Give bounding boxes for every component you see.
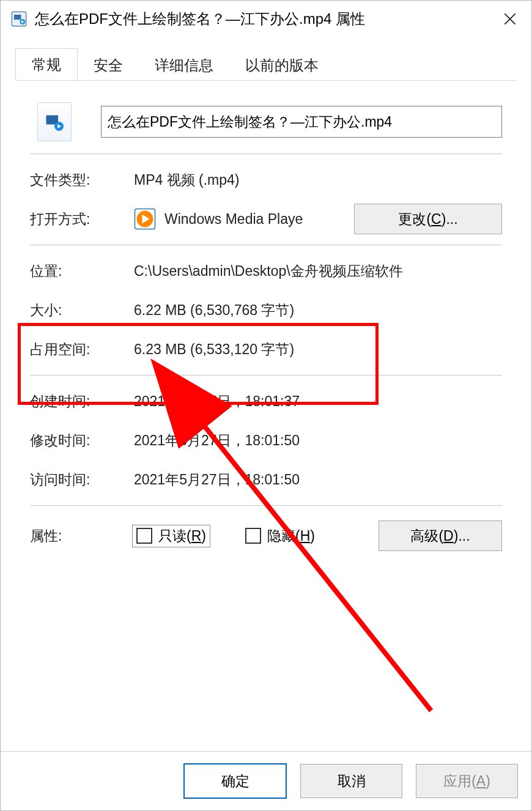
modified-value: 2021年5月27日，18:01:50 — [134, 431, 300, 450]
sizedisk-value: 6.23 MB (6,533,120 字节) — [134, 340, 294, 359]
ok-button[interactable]: 确定 — [183, 763, 287, 799]
divider — [30, 245, 502, 245]
cancel-button[interactable]: 取消 — [300, 764, 402, 798]
dialog-footer: 确定 取消 应用(A) — [1, 751, 531, 810]
location-value: C:\Users\admin\Desktop\金舟视频压缩软件 — [134, 262, 403, 281]
divider — [30, 375, 502, 376]
close-icon — [502, 11, 518, 27]
attributes-row: 属性: 只读(R) 隐藏(H) 高级(D)... — [30, 514, 502, 557]
accessed-value: 2021年5月27日，18:01:50 — [134, 470, 300, 489]
tab-strip: 常规 安全 详细信息 以前的版本 — [1, 48, 531, 80]
accessed-row: 访问时间: 2021年5月27日，18:01:50 — [30, 462, 502, 497]
titlebar: 怎么在PDF文件上绘制签名？—江下办公.mp4 属性 — [1, 1, 531, 37]
tab-details[interactable]: 详细信息 — [139, 50, 229, 80]
divider — [30, 154, 502, 154]
modified-label: 修改时间: — [30, 431, 134, 450]
filetype-value: MP4 视频 (.mp4) — [134, 171, 240, 190]
filename-row — [30, 102, 502, 141]
filetype-label: 文件类型: — [30, 171, 134, 190]
window-title: 怎么在PDF文件上绘制签名？—江下办公.mp4 属性 — [35, 9, 496, 29]
location-label: 位置: — [30, 262, 134, 281]
location-row: 位置: C:\Users\admin\Desktop\金舟视频压缩软件 — [30, 254, 502, 288]
change-button[interactable]: 更改(C)... — [354, 204, 502, 234]
openwith-label: 打开方式: — [30, 210, 134, 229]
created-label: 创建时间: — [30, 392, 134, 411]
openwith-row: 打开方式: Windows Media Playe 更改(C)... — [30, 202, 502, 236]
sizedisk-label: 占用空间: — [30, 340, 134, 359]
close-button[interactable] — [496, 5, 524, 33]
size-value: 6.22 MB (6,530,768 字节) — [134, 301, 294, 320]
created-row: 创建时间: 2021年5月27日，18:01:37 — [30, 384, 502, 418]
modified-row: 修改时间: 2021年5月27日，18:01:50 — [30, 423, 502, 457]
tab-content: 文件类型: MP4 视频 (.mp4) 打开方式: Windows Media … — [15, 80, 517, 751]
sizedisk-row: 占用空间: 6.23 MB (6,533,120 字节) — [30, 332, 502, 366]
advanced-button[interactable]: 高级(D)... — [379, 520, 502, 551]
tab-security[interactable]: 安全 — [78, 50, 139, 80]
accessed-label: 访问时间: — [30, 470, 134, 489]
wmp-icon — [134, 208, 156, 230]
apply-button[interactable]: 应用(A) — [416, 764, 518, 798]
readonly-checkbox[interactable]: 只读(R) — [134, 527, 209, 546]
attributes-label: 属性: — [30, 527, 134, 546]
tab-general[interactable]: 常规 — [15, 48, 78, 80]
tab-previous-versions[interactable]: 以前的版本 — [229, 50, 334, 80]
file-icon — [37, 102, 72, 141]
file-type-icon — [10, 10, 28, 28]
filename-input[interactable] — [101, 106, 502, 138]
properties-dialog: 怎么在PDF文件上绘制签名？—江下办公.mp4 属性 常规 安全 详细信息 以前… — [0, 0, 532, 811]
size-label: 大小: — [30, 301, 134, 320]
checkbox-icon — [245, 528, 261, 544]
hidden-checkbox[interactable]: 隐藏(H) — [245, 527, 315, 546]
filetype-row: 文件类型: MP4 视频 (.mp4) — [30, 163, 502, 197]
checkbox-icon — [136, 528, 152, 544]
svg-rect-1 — [14, 15, 21, 20]
divider — [30, 505, 502, 506]
openwith-value: Windows Media Playe — [164, 211, 303, 228]
size-row: 大小: 6.22 MB (6,530,768 字节) — [30, 293, 502, 327]
created-value: 2021年5月27日，18:01:37 — [134, 392, 300, 411]
